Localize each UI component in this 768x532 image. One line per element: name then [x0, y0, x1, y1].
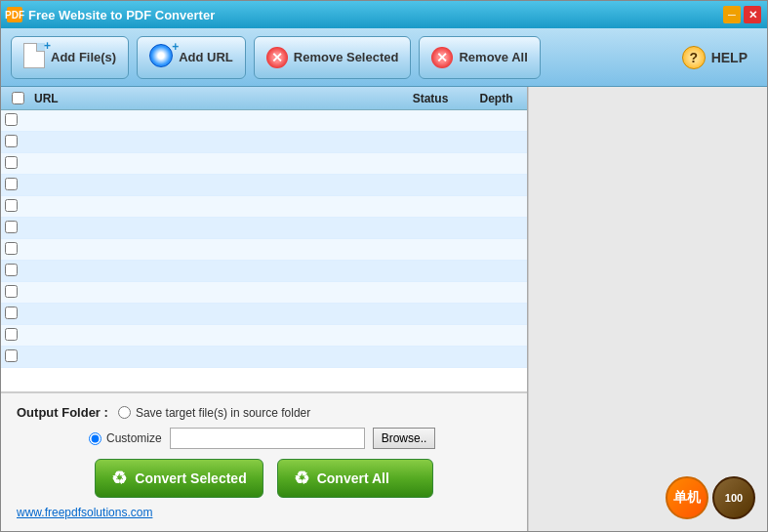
- titlebar: PDF Free Website to PDF Converter ─ ✕: [1, 1, 767, 28]
- convert-buttons: ♻ Convert Selected ♻ Convert All: [17, 459, 511, 498]
- plus-icon-url: +: [172, 40, 179, 54]
- row-checkbox[interactable]: [5, 349, 18, 362]
- convert-all-icon: ♻: [294, 468, 309, 489]
- row-checkbox[interactable]: [5, 221, 18, 233]
- website-link[interactable]: www.freepdfsolutions.com: [17, 506, 152, 519]
- table-row: [1, 347, 527, 368]
- minimize-button[interactable]: ─: [723, 6, 741, 23]
- customize-label: Customize: [106, 431, 162, 445]
- convert-all-label: Convert All: [317, 471, 389, 486]
- left-panel: URL Status Depth: [1, 87, 528, 531]
- right-panel-content: 单机 100: [529, 87, 767, 531]
- titlebar-title-group: PDF Free Website to PDF Converter: [7, 7, 215, 22]
- customize-radio[interactable]: [89, 432, 101, 445]
- help-label: HELP: [711, 50, 748, 65]
- row-checkbox[interactable]: [5, 156, 18, 169]
- titlebar-controls: ─ ✕: [723, 6, 761, 23]
- help-icon: ?: [682, 46, 706, 69]
- remove-selected-button[interactable]: ✕ Remove Selected: [254, 36, 412, 79]
- output-folder-label: Output Folder :: [17, 405, 108, 420]
- remove-selected-icon: ✕: [266, 47, 288, 68]
- plus-icon: +: [44, 39, 51, 53]
- depth-column-header: Depth: [469, 92, 523, 105]
- table-row: [1, 175, 527, 196]
- row-checkbox[interactable]: [5, 285, 18, 298]
- table-row: [1, 218, 527, 239]
- table-row: [1, 239, 527, 261]
- save-source-option[interactable]: Save target file(s) in source folder: [118, 406, 310, 420]
- watermark-area: 单机 100: [666, 476, 755, 519]
- convert-selected-button[interactable]: ♻ Convert Selected: [95, 459, 263, 498]
- row-checkbox[interactable]: [5, 328, 18, 341]
- row-checkbox[interactable]: [5, 242, 18, 255]
- remove-all-icon: ✕: [431, 47, 453, 68]
- customize-path-input[interactable]: [170, 428, 365, 449]
- convert-selected-icon: ♻: [111, 468, 127, 489]
- main-window: PDF Free Website to PDF Converter ─ ✕ + …: [0, 0, 768, 532]
- output-section: Output Folder : Save target file(s) in s…: [1, 392, 527, 531]
- url-column-header: URL: [30, 92, 391, 105]
- convert-selected-label: Convert Selected: [135, 471, 246, 486]
- table-row: [1, 153, 527, 175]
- remove-selected-label: Remove Selected: [294, 50, 399, 64]
- table-header: URL Status Depth: [1, 87, 527, 110]
- customize-option[interactable]: Customize: [89, 431, 162, 445]
- globe-icon: [149, 44, 173, 67]
- add-url-button[interactable]: + Add URL: [137, 36, 246, 79]
- table-row: [1, 132, 527, 153]
- convert-all-button[interactable]: ♻ Convert All: [277, 459, 433, 498]
- right-panel: 单机 100: [528, 87, 767, 531]
- table-row: [1, 304, 527, 325]
- table-row: [1, 261, 527, 282]
- table-body: [1, 110, 527, 368]
- app-icon: PDF: [7, 7, 22, 22]
- browse-button[interactable]: Browse..: [373, 428, 436, 449]
- row-checkbox[interactable]: [5, 199, 18, 212]
- watermark-logo-1: 单机: [666, 476, 708, 519]
- save-source-radio[interactable]: [118, 406, 131, 419]
- row-checkbox[interactable]: [5, 307, 18, 319]
- url-table: URL Status Depth: [1, 87, 527, 392]
- add-files-button[interactable]: + Add File(s): [11, 36, 129, 79]
- document-icon: [23, 43, 45, 68]
- row-checkbox[interactable]: [5, 113, 18, 126]
- table-row: [1, 325, 527, 347]
- row-checkbox[interactable]: [5, 264, 18, 276]
- table-row: [1, 282, 527, 304]
- customize-row: Customize Browse..: [89, 428, 511, 449]
- remove-all-label: Remove All: [459, 50, 527, 64]
- main-content: URL Status Depth: [1, 87, 767, 531]
- add-files-label: Add File(s): [51, 50, 116, 64]
- remove-all-button[interactable]: ✕ Remove All: [419, 36, 540, 79]
- help-button[interactable]: ? HELP: [672, 36, 757, 79]
- row-checkbox[interactable]: [5, 135, 18, 147]
- output-folder-row: Output Folder : Save target file(s) in s…: [17, 405, 511, 420]
- add-url-label: Add URL: [179, 50, 233, 64]
- watermark-logo-2: 100: [712, 476, 755, 519]
- select-all-checkbox[interactable]: [12, 92, 24, 104]
- status-column-header: Status: [391, 92, 469, 105]
- table-row: [1, 196, 527, 218]
- table-row: [1, 110, 527, 132]
- close-button[interactable]: ✕: [744, 6, 761, 23]
- save-source-label: Save target file(s) in source folder: [136, 406, 310, 420]
- header-checkbox-cell: [5, 92, 30, 104]
- row-checkbox[interactable]: [5, 178, 18, 190]
- toolbar: + Add File(s) + Add URL ✕ Remove Selecte…: [1, 28, 767, 87]
- window-title: Free Website to PDF Converter: [28, 8, 215, 22]
